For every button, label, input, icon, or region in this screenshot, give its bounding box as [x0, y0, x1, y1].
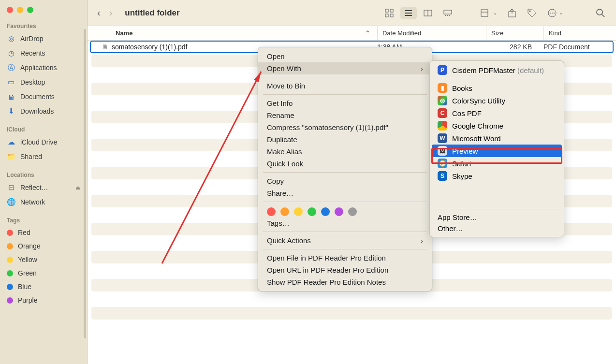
tags-heading: Tags [0, 214, 87, 226]
menu-separator [435, 79, 559, 79]
app-label: Safari [452, 160, 471, 168]
menu-move-to-bin[interactable]: Move to Bin [258, 80, 432, 92]
cloud-icon: ☁ [7, 138, 15, 146]
menu-separator [263, 94, 427, 95]
sidebar-tag-red[interactable]: Red [0, 226, 87, 239]
column-size-header[interactable]: Size [486, 26, 543, 40]
submenu-app-store[interactable]: App Store… [430, 212, 564, 223]
menu-rename[interactable]: Rename [258, 109, 432, 121]
empty-row [91, 293, 612, 306]
download-icon: ⬇ [7, 107, 15, 116]
app-label: Microsoft Word [452, 134, 501, 143]
tag-color-orange[interactable] [280, 207, 289, 216]
favourites-heading: Favourites [0, 20, 87, 31]
colorsync-icon: ◎ [438, 96, 447, 105]
app-label: Other… [438, 224, 463, 233]
sidebar-item-shared[interactable]: 📁 Shared [0, 149, 87, 164]
submenu-safari[interactable]: 🧭Safari [430, 157, 564, 170]
sidebar-tag-green[interactable]: Green [0, 266, 87, 280]
svg-point-19 [550, 13, 551, 14]
menu-tags-more[interactable]: Tags… [258, 217, 432, 229]
submenu-colorsync[interactable]: ◎ColorSync Utility [430, 94, 564, 107]
tag-dot-icon [7, 230, 13, 236]
svg-point-21 [554, 13, 555, 14]
tag-color-green[interactable] [308, 207, 316, 216]
view-icons-button[interactable] [381, 6, 397, 20]
search-button[interactable] [592, 5, 609, 21]
submenu-chrome[interactable]: Google Chrome [430, 119, 564, 132]
sidebar-item-icloud-drive[interactable]: ☁ iCloud Drive [0, 135, 87, 149]
tag-color-red[interactable] [267, 207, 276, 216]
view-gallery-button[interactable] [439, 7, 456, 19]
sidebar-item-label: Reflect… [20, 184, 48, 191]
tag-color-purple[interactable] [335, 207, 343, 216]
tag-color-yellow[interactable] [294, 207, 303, 216]
sidebar-item-network[interactable]: 🌐 Network [0, 195, 87, 209]
menu-copy[interactable]: Copy [258, 175, 432, 187]
sidebar-tag-orange[interactable]: Orange [0, 239, 87, 253]
forward-button[interactable]: › [106, 6, 116, 19]
menu-get-info[interactable]: Get Info [258, 97, 432, 109]
svg-point-17 [529, 10, 531, 12]
submenu-other[interactable]: Other… [430, 223, 564, 234]
menu-separator [263, 172, 427, 173]
svg-point-10 [445, 15, 446, 16]
sidebar-item-label: Red [18, 229, 30, 236]
menu-share[interactable]: Share… [258, 187, 432, 199]
view-list-button[interactable] [400, 7, 417, 19]
share-button[interactable] [504, 5, 520, 21]
sidebar-item-downloads[interactable]: ⬇ Downloads [0, 104, 87, 118]
column-date-header[interactable]: Date Modified [377, 26, 486, 40]
sidebar-item-documents[interactable]: 🗎 Documents [0, 89, 87, 104]
eject-icon[interactable]: ⏏ [75, 185, 80, 191]
airdrop-icon: ◎ [7, 34, 15, 43]
sidebar-tag-yellow[interactable]: Yellow [0, 253, 87, 266]
menu-compress[interactable]: Compress "somatosensory (1)(1).pdf" [258, 121, 432, 133]
sidebar-item-recents[interactable]: ◷ Recents [0, 46, 87, 60]
sidebar-item-label: Downloads [20, 107, 54, 115]
submenu-cos-pdf[interactable]: CCos PDF [430, 107, 564, 119]
submenu-preview[interactable]: 🖼Preview [432, 145, 562, 157]
sidebar-item-reflect[interactable]: ⊟ Reflect… ⏏ [0, 180, 87, 195]
tag-color-blue[interactable] [321, 207, 330, 216]
column-name-header[interactable]: Name ⌃ [88, 26, 377, 40]
menu-open-pdf-pro[interactable]: Open File in PDF Reader Pro Edition [258, 252, 432, 264]
maximize-button[interactable] [27, 7, 33, 13]
submenu-word[interactable]: WMicrosoft Word [430, 132, 564, 145]
menu-duplicate[interactable]: Duplicate [258, 133, 432, 146]
svg-point-22 [597, 9, 602, 15]
app-label: Preview [452, 147, 478, 155]
sidebar-item-label: Purple [18, 296, 37, 304]
menu-separator [435, 209, 559, 209]
menu-quick-actions[interactable]: Quick Actions› [258, 234, 432, 247]
sidebar-item-desktop[interactable]: ▭ Desktop [0, 75, 87, 89]
sidebar-item-applications[interactable]: Ⓐ Applications [0, 60, 87, 75]
menu-show-notes-pdf-pro[interactable]: Show PDF Reader Pro Edition Notes [258, 276, 432, 288]
close-button[interactable] [7, 7, 13, 13]
sidebar-tag-purple[interactable]: Purple [0, 293, 87, 307]
menu-open-url-pdf-pro[interactable]: Open URL in PDF Reader Pro Edition [258, 264, 432, 276]
back-button[interactable]: ‹ [94, 6, 103, 19]
view-columns-button[interactable] [420, 7, 436, 19]
group-button[interactable]: ⌄ [477, 6, 501, 20]
svg-point-11 [447, 15, 448, 16]
menu-make-alias[interactable]: Make Alias [258, 146, 432, 158]
column-kind-header[interactable]: Kind [543, 26, 616, 40]
action-button[interactable]: ⌄ [543, 5, 567, 21]
submenu-books[interactable]: ▮Books [430, 82, 564, 94]
sidebar-item-airdrop[interactable]: ◎ AirDrop [0, 31, 87, 46]
submenu-skype[interactable]: SSkype [430, 170, 564, 182]
menu-open-with[interactable]: Open With› [258, 62, 432, 74]
file-icon: 🗎 [101, 43, 109, 51]
sidebar-tag-blue[interactable]: Blue [0, 280, 87, 293]
tag-dot-icon [7, 284, 13, 290]
submenu-default-app[interactable]: P Cisdem PDFMaster (default) [430, 64, 564, 76]
tag-button[interactable] [523, 5, 541, 21]
locations-heading: Locations [0, 169, 87, 180]
tag-dot-icon [7, 297, 13, 304]
minimize-button[interactable] [17, 7, 23, 13]
tag-color-gray[interactable] [348, 207, 357, 216]
menu-open[interactable]: Open [258, 50, 432, 62]
chevron-down-icon: ⌄ [559, 10, 563, 15]
menu-quick-look[interactable]: Quick Look [258, 158, 432, 170]
